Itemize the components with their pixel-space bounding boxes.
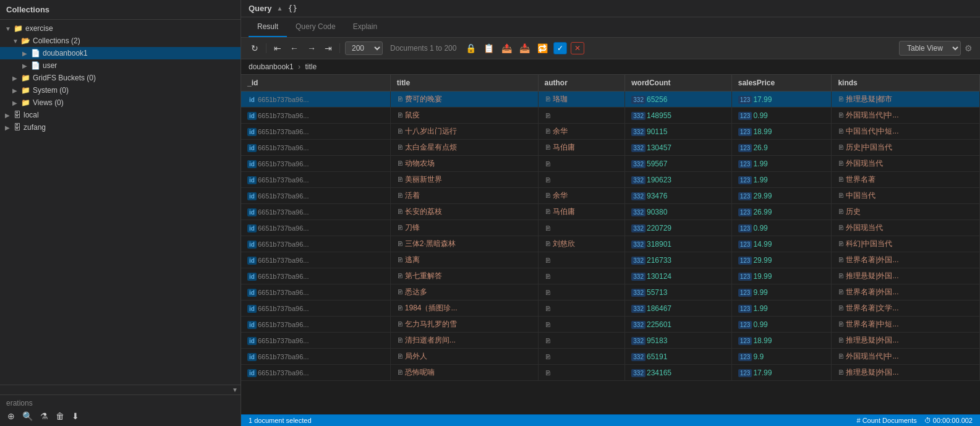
cell-author: 🖹	[538, 172, 625, 188]
table-row[interactable]: id6651b737ba96...🖹十八岁出门远行🖹余华332901151231…	[241, 124, 980, 140]
cell-title: 🖹刀锋	[390, 220, 538, 236]
export-button[interactable]: 📤	[500, 42, 514, 54]
table-row[interactable]: id6651b737ba96...🖹逃离🖹33221673312329.99🖹世…	[241, 252, 980, 268]
sidebar: Collections ▼📁exercise▼📂Collections (2)▶…	[0, 0, 241, 426]
table-row[interactable]: id6651b737ba96...🖹第七重解答🖹33213012412319.9…	[241, 268, 980, 284]
table-row[interactable]: id6651b737ba96...🖹动物农场🖹332595671231.99🖹外…	[241, 156, 980, 172]
clone-button[interactable]: 🔁	[535, 42, 550, 54]
table-row[interactable]: id6651b737ba96...🖹三体2·黑暗森林🖹刘慈欣3323189011…	[241, 236, 980, 252]
zufang-icon: 🗄	[14, 123, 21, 132]
system-arrow: ▶	[12, 87, 20, 94]
cell-wordcount: 332234165	[625, 365, 731, 381]
table-row[interactable]: id6651b737ba96...🖹鼠疫🖹3321489551230.99🖹外国…	[241, 108, 980, 124]
sidebar-item-views[interactable]: ▶📁Views (0)	[0, 96, 241, 109]
bc-field: title	[305, 62, 317, 71]
cell-title: 🖹第七重解答	[390, 268, 538, 284]
tab-query-code[interactable]: Query Code	[287, 17, 344, 37]
sidebar-item-user[interactable]: ▶📄user	[0, 59, 241, 72]
sidebar-item-zufang[interactable]: ▶🗄zufang	[0, 121, 241, 134]
settings-button[interactable]: ⚙	[965, 43, 973, 53]
tabs-bar: Result Query Code Explain	[241, 17, 980, 38]
cell-kinds: 🖹历史|中国当代	[832, 140, 980, 156]
user-arrow: ▶	[22, 62, 30, 69]
table-row[interactable]: id6651b737ba96...🖹活着🖹余华3329347612329.99🖹…	[241, 188, 980, 204]
cell-wordcount: 332130124	[625, 268, 731, 284]
cell-salesprice: 1239.9	[731, 349, 832, 365]
cell-wordcount: 332225601	[625, 317, 731, 333]
scroll-down-arrow[interactable]: ▼	[232, 386, 238, 393]
cell-wordcount: 33265256	[625, 92, 731, 108]
bc-collection: doubanbook1	[249, 62, 294, 71]
cell-id: id6651b737ba96...	[241, 333, 390, 349]
copy-button[interactable]: 📋	[482, 42, 496, 54]
first-page-button[interactable]: ⇤	[271, 42, 284, 54]
table-row[interactable]: id6651b737ba96...🖹费可的晚宴🖹珞珈3326525612317.…	[241, 92, 980, 108]
view-select[interactable]: Table View JSON View	[899, 41, 961, 56]
sidebar-item-system[interactable]: ▶📁System (0)	[0, 84, 241, 96]
cell-id: id6651b737ba96...	[241, 140, 390, 156]
cell-kinds: 🖹世界名著|文学...	[832, 300, 980, 317]
tab-result[interactable]: Result	[249, 17, 287, 37]
next-page-button[interactable]: →	[305, 42, 318, 54]
col-kinds: kinds	[832, 75, 980, 92]
cell-title: 🖹清扫逝者房间...	[390, 333, 538, 349]
table-row[interactable]: id6651b737ba96...🖹清扫逝者房间...🖹332951831231…	[241, 333, 980, 349]
cell-salesprice: 12329.99	[731, 188, 832, 204]
import-button[interactable]: 📥	[518, 42, 532, 54]
cell-title: 🖹十八岁出门远行	[390, 124, 538, 140]
add-icon[interactable]: ⊕	[6, 410, 16, 422]
sidebar-item-collections[interactable]: ▼📂Collections (2)	[0, 35, 241, 47]
query-value[interactable]: {}	[288, 4, 297, 13]
cell-salesprice: 12326.99	[731, 204, 832, 220]
exercise-arrow: ▼	[5, 25, 12, 32]
cell-id: id6651b737ba96...	[241, 188, 390, 204]
filter-icon[interactable]: ⚗	[39, 410, 49, 422]
table-row[interactable]: id6651b737ba96...🖹乞力马扎罗的雪🖹3322256011230.…	[241, 317, 980, 333]
prev-page-button[interactable]: ←	[288, 42, 301, 54]
col-author: author	[538, 75, 625, 92]
collections-icon: 📂	[21, 36, 30, 45]
import-icon[interactable]: ⬇	[70, 410, 80, 422]
cell-author: 🖹	[538, 300, 625, 317]
query-time: ⏱ 00:00:00.002	[924, 417, 973, 424]
search-icon[interactable]: 🔍	[21, 410, 34, 422]
sidebar-item-exercise[interactable]: ▼📁exercise	[0, 22, 241, 35]
table-row[interactable]: id6651b737ba96...🖹太白金星有点烦🖹马伯庸33213045712…	[241, 140, 980, 156]
refresh-button[interactable]: ↻	[249, 42, 261, 54]
table-row[interactable]: id6651b737ba96...🖹美丽新世界🖹3321906231231.99…	[241, 172, 980, 188]
cell-id: id6651b737ba96...	[241, 317, 390, 333]
cell-title: 🖹活着	[390, 188, 538, 204]
cell-salesprice: 1230.99	[731, 108, 832, 124]
cell-author: 🖹	[538, 365, 625, 381]
table-row[interactable]: id6651b737ba96...🖹长安的荔枝🖹马伯庸3329038012326…	[241, 204, 980, 220]
cell-kinds: 🖹外国现当代|中...	[832, 349, 980, 365]
limit-select[interactable]: 200 50 100 500 1000	[345, 41, 383, 55]
sidebar-item-doubanbook1[interactable]: ▶📄doubanbook1	[0, 47, 241, 59]
cell-title: 🖹逃离	[390, 252, 538, 268]
sidebar-item-local[interactable]: ▶🗄local	[0, 109, 241, 121]
cell-id: id6651b737ba96...	[241, 156, 390, 172]
table-row[interactable]: id6651b737ba96...🖹刀锋🖹3322207291230.99🖹外国…	[241, 220, 980, 236]
lock-button[interactable]: 🔒	[464, 42, 478, 54]
count-documents[interactable]: # Count Documents	[856, 417, 916, 424]
cell-author: 🖹马伯庸	[538, 204, 625, 220]
collections-arrow: ▼	[12, 38, 20, 45]
delete-selected-button[interactable]: ✕	[571, 42, 584, 54]
select-all-button[interactable]: ✓	[553, 42, 567, 54]
delete-icon[interactable]: 🗑	[54, 410, 66, 422]
tab-explain[interactable]: Explain	[344, 17, 386, 37]
last-page-button[interactable]: ⇥	[322, 42, 334, 54]
table-row[interactable]: id6651b737ba96...🖹1984（插图珍...🖹3321864671…	[241, 300, 980, 317]
cell-kinds: 🖹推理悬疑|外国...	[832, 333, 980, 349]
table-row[interactable]: id6651b737ba96...🖹局外人🖹332651911239.9🖹外国现…	[241, 349, 980, 365]
table-row[interactable]: id6651b737ba96...🖹恐怖呢喃🖹33223416512317.99…	[241, 365, 980, 381]
query-collapse-chevron[interactable]: ▲	[277, 5, 283, 12]
cell-title: 🖹长安的荔枝	[390, 204, 538, 220]
cell-wordcount: 332148955	[625, 108, 731, 124]
table-row[interactable]: id6651b737ba96...🖹悉达多🖹332557131239.99🖹世界…	[241, 284, 980, 300]
cell-author: 🖹	[538, 349, 625, 365]
cell-title: 🖹乞力马扎罗的雪	[390, 317, 538, 333]
cell-salesprice: 1231.99	[731, 300, 832, 317]
sidebar-item-gridfs[interactable]: ▶📁GridFS Buckets (0)	[0, 72, 241, 84]
cell-wordcount: 332220729	[625, 220, 731, 236]
